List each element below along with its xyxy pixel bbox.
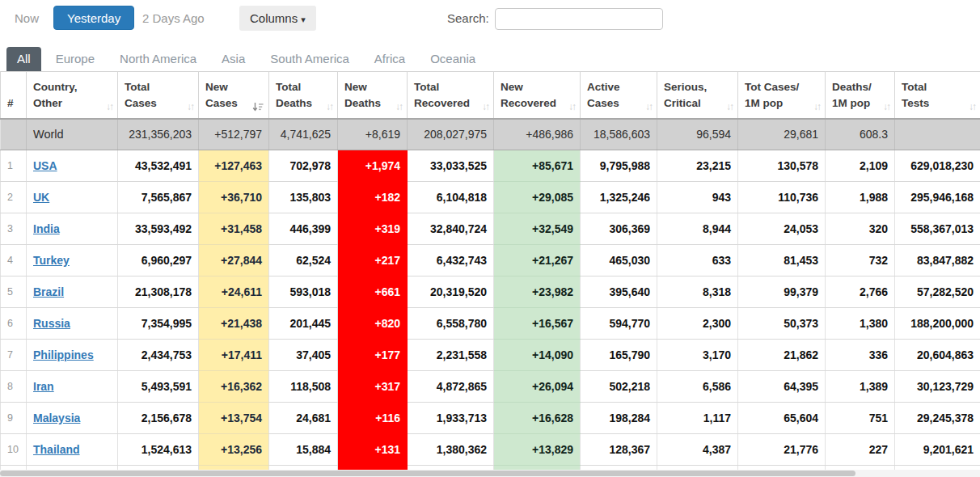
data-cell: 20,319,520: [408, 276, 494, 308]
rank-cell: 3: [1, 213, 27, 245]
scrollbar-thumb[interactable]: [0, 471, 855, 476]
data-cell: 502,218: [581, 371, 657, 403]
data-cell: 64,395: [738, 371, 826, 403]
tab-south-america[interactable]: South America: [260, 47, 360, 71]
horizontal-scrollbar[interactable]: [0, 470, 980, 477]
rank-cell: 10: [1, 434, 27, 466]
country-link-uk[interactable]: UK: [33, 191, 49, 204]
clipped-cell: [738, 466, 826, 470]
tab-africa[interactable]: Africa: [364, 47, 416, 71]
clipped-cell: [269, 466, 338, 470]
column-header-label: ActiveCases: [587, 79, 620, 112]
sort-desc-icon: [250, 102, 264, 112]
country-link-thailand[interactable]: Thailand: [33, 443, 80, 456]
data-cell: 336: [826, 340, 895, 371]
two-days-ago-link[interactable]: 2 Days Ago: [142, 11, 205, 25]
search-label: Search:: [447, 11, 489, 25]
data-cell: 6,960,297: [118, 245, 199, 276]
data-cell: 6,586: [657, 371, 738, 403]
clipped-cell: [338, 466, 408, 470]
rank-cell: 5: [1, 276, 27, 308]
tab-oceania[interactable]: Oceania: [420, 47, 486, 71]
data-cell: 135,803: [269, 182, 338, 213]
column-header-label: TotalDeaths: [276, 79, 312, 112]
data-cell: 465,030: [581, 245, 657, 276]
country-link-brazil[interactable]: Brazil: [33, 285, 64, 298]
data-cell: 227: [826, 434, 895, 466]
covid-table: #Country,Other↓↑TotalCases↓↑NewCasesTota…: [0, 71, 980, 470]
data-cell: 130,578: [738, 150, 826, 182]
new-deaths-cell: +217: [338, 245, 408, 276]
new-recovered-cell: +32,549: [494, 213, 581, 245]
column-header-rank[interactable]: #: [1, 72, 27, 119]
yesterday-button[interactable]: Yesterday: [53, 6, 134, 30]
now-link[interactable]: Now: [15, 11, 39, 25]
data-cell: 208,027,975: [408, 119, 494, 150]
toolbar: Now Yesterday 2 Days Ago Columns▾ Search…: [0, 0, 980, 47]
data-cell: 558,367,013: [895, 213, 980, 245]
country-link-turkey[interactable]: Turkey: [33, 254, 70, 267]
data-cell: 18,586,603: [581, 119, 657, 150]
data-cell: 128,367: [581, 434, 657, 466]
column-header-label: Tot Cases/1M pop: [745, 79, 799, 112]
column-header-new-cases[interactable]: NewCases: [199, 72, 269, 119]
column-header-total-deaths[interactable]: TotalDeaths↓↑: [269, 72, 338, 119]
sort-icon: ↓↑: [724, 101, 733, 112]
data-cell: 6,432,743: [408, 245, 494, 276]
columns-button[interactable]: Columns▾: [239, 6, 316, 31]
tab-north-america[interactable]: North America: [109, 47, 207, 71]
sort-icon: ↓↑: [103, 101, 112, 112]
new-cases-cell: +13,754: [199, 403, 269, 434]
tab-europe[interactable]: Europe: [45, 47, 105, 71]
data-cell: 29,681: [738, 119, 826, 150]
clipped-cell: [408, 466, 494, 470]
data-cell: +512,797: [199, 119, 269, 150]
data-cell: 629,018,230: [895, 150, 980, 182]
data-cell: 188,200,000: [895, 308, 980, 340]
new-cases-cell: +127,463: [199, 150, 269, 182]
data-cell: 2,434,753: [118, 340, 199, 371]
data-cell: 2,156,678: [118, 403, 199, 434]
world-label: World: [27, 119, 118, 150]
country-link-india[interactable]: India: [33, 222, 60, 235]
country-link-russia[interactable]: Russia: [33, 317, 70, 330]
column-header-active-cases[interactable]: ActiveCases↓↑: [581, 72, 657, 119]
country-link-iran[interactable]: Iran: [33, 380, 54, 393]
data-cell: 4,387: [657, 434, 738, 466]
country-link-malaysia[interactable]: Malaysia: [33, 412, 80, 424]
column-header-total-recovered[interactable]: TotalRecovered↓↑: [408, 72, 494, 119]
search-input[interactable]: [495, 8, 663, 30]
clipped-cell: [826, 466, 895, 470]
column-header-new-recovered[interactable]: NewRecovered↓↑: [494, 72, 581, 119]
data-cell: 395,640: [581, 276, 657, 308]
column-header-tot-cases-1m-pop[interactable]: Tot Cases/1M pop↓↑: [738, 72, 826, 119]
column-header-label: TotalTests: [902, 79, 929, 112]
column-header-label: NewRecovered: [501, 79, 556, 112]
sort-icon: ↓↑: [811, 101, 820, 112]
caret-down-icon: ▾: [301, 15, 306, 24]
country-link-usa[interactable]: USA: [33, 159, 57, 172]
column-header-total-cases[interactable]: TotalCases↓↑: [118, 72, 199, 119]
column-header-country-other[interactable]: Country,Other↓↑: [27, 72, 118, 119]
sort-icon: ↓↑: [393, 101, 402, 112]
rank-cell: 2: [1, 182, 27, 213]
clipped-cell: [199, 466, 269, 470]
country-link-philippines[interactable]: Philippines: [33, 348, 94, 361]
column-header-serious-critical[interactable]: Serious,Critical↓↑: [657, 72, 738, 119]
column-header-deaths-1m-pop[interactable]: Deaths/1M pop↓↑: [826, 72, 895, 119]
region-tabs: AllEuropeNorth AmericaAsiaSouth AmericaA…: [0, 47, 980, 71]
clipped-row: [1, 466, 980, 470]
country-cell: Russia: [27, 308, 118, 340]
table-row: 7Philippines2,434,753+17,41137,405+1772,…: [1, 340, 980, 371]
rank-cell: 6: [1, 308, 27, 340]
column-header-total-tests[interactable]: TotalTests↓↑: [895, 72, 980, 119]
table-body: World231,356,203+512,7974,741,625+8,6192…: [1, 119, 980, 470]
data-cell: 1,380,362: [408, 434, 494, 466]
tab-asia[interactable]: Asia: [211, 47, 256, 71]
tab-all[interactable]: All: [6, 47, 41, 71]
data-cell: 2,300: [657, 308, 738, 340]
data-cell: 1,117: [657, 403, 738, 434]
data-cell: 4,741,625: [269, 119, 338, 150]
clipped-cell: [657, 466, 738, 470]
column-header-new-deaths[interactable]: NewDeaths↓↑: [338, 72, 408, 119]
